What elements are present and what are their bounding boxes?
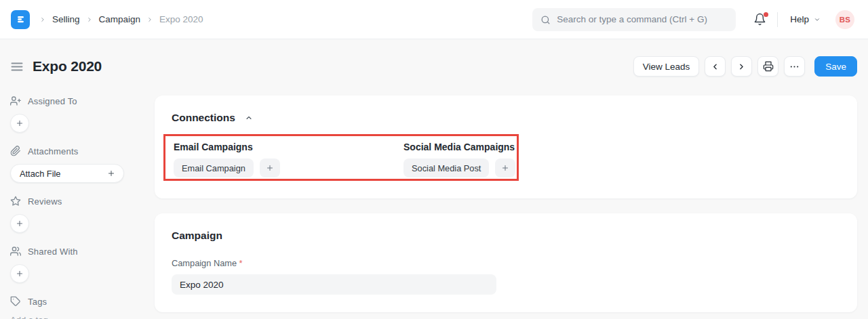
help-label: Help [790,14,809,24]
email-campaign-link[interactable]: Email Campaign [174,158,254,177]
help-menu-button[interactable]: Help [789,12,822,27]
collapse-connections-button[interactable] [243,112,254,123]
chevron-right-icon [39,16,46,23]
avatar-initials: BS [840,16,851,24]
plus-icon [16,119,24,127]
page-header: Expo 2020 View Leads Save [10,56,857,77]
erpnext-logo-icon [16,14,26,24]
view-leads-button[interactable]: View Leads [633,56,700,77]
printer-icon [763,61,774,72]
assigned-to-text: Assigned To [28,96,77,106]
print-button[interactable] [757,56,778,77]
plus-icon [266,164,274,172]
hamburger-icon [10,61,24,72]
connections-card: Connections Email Campaigns Email Campai… [155,95,857,198]
chevron-right-icon [146,16,153,23]
plus-icon [107,169,115,177]
form-main: Connections Email Campaigns Email Campai… [155,95,857,319]
attachments-label: Attachments [10,146,155,156]
required-marker: * [239,258,243,268]
header-actions: View Leads Save [633,56,857,77]
content-area: Assigned To Attachments Attach File [10,95,857,319]
attachments-section: Attachments Attach File [10,146,155,183]
user-avatar[interactable]: BS [835,10,854,29]
assigned-to-label: Assigned To [10,95,155,106]
add-tag-button[interactable]: Add a tag [10,315,155,319]
attach-file-button[interactable]: Attach File [10,164,124,183]
chevron-right-icon [737,62,746,71]
chevron-right-icon [86,16,93,23]
shared-with-section: Shared With [10,246,155,283]
attach-file-label: Attach File [20,169,60,179]
paperclip-icon [10,146,21,156]
page-container: Expo 2020 View Leads Save Ass [0,56,868,319]
breadcrumb-item-campaign[interactable]: Campaign [99,14,141,24]
sidebar-toggle-button[interactable] [10,61,24,72]
chevron-down-icon [814,16,821,23]
plus-icon [16,270,24,278]
annotation-highlight-box: Email Campaigns Email Campaign Social Me… [163,134,519,181]
attachments-text: Attachments [28,146,78,156]
navbar-right: Help BS [532,8,854,31]
social-media-post-link[interactable]: Social Media Post [403,158,489,177]
document-sidebar: Assigned To Attachments Attach File [10,95,155,319]
add-social-media-post-button[interactable] [495,158,515,177]
tags-text: Tags [28,297,47,307]
email-campaigns-group: Email Campaigns Email Campaign [174,142,403,179]
campaign-name-input[interactable] [172,274,496,295]
plus-icon [501,164,509,172]
connections-title: Connections [172,112,235,124]
global-search [532,8,736,31]
campaign-name-label-text: Campaign Name [172,258,237,268]
shared-with-label: Shared With [10,246,155,257]
erpnext-logo[interactable] [11,10,30,29]
reviews-text: Reviews [28,196,62,207]
assigned-to-section: Assigned To [10,95,155,133]
notifications-button[interactable] [751,10,769,28]
add-assignment-button[interactable] [10,114,29,133]
chevron-left-icon [711,62,719,71]
next-document-button[interactable] [731,56,752,77]
tags-label: Tags [10,296,155,307]
reviews-label: Reviews [10,196,155,207]
breadcrumb-item-current: Expo 2020 [159,14,203,24]
reviews-section: Reviews [10,196,155,233]
add-email-campaign-button[interactable] [260,158,280,177]
shared-with-text: Shared With [28,247,78,257]
breadcrumb: Selling Campaign Expo 2020 [33,14,203,24]
campaign-name-label: Campaign Name * [172,258,840,268]
save-button[interactable]: Save [814,56,857,77]
share-button[interactable] [10,264,29,283]
page-title: Expo 2020 [33,58,102,75]
star-icon [10,196,21,207]
user-plus-icon [10,95,21,106]
social-media-campaigns-links: Social Media Post [403,158,517,177]
email-campaigns-heading: Email Campaigns [174,142,403,152]
social-media-campaigns-group: Social Media Campaigns Social Media Post [403,142,517,179]
breadcrumb-item-selling[interactable]: Selling [52,14,80,24]
top-navbar: Selling Campaign Expo 2020 Help BS [0,0,868,39]
plus-icon [16,219,24,228]
tag-icon [10,296,21,307]
add-review-button[interactable] [10,214,29,233]
notification-dot [764,12,768,17]
campaign-card: Campaign Campaign Name * [155,213,857,312]
more-actions-button[interactable] [784,56,805,77]
chevron-up-icon [245,114,253,122]
campaign-section-title: Campaign [172,230,840,242]
users-icon [10,246,21,257]
prev-document-button[interactable] [705,56,726,77]
navbar-divider [777,12,778,27]
social-media-campaigns-heading: Social Media Campaigns [403,142,517,152]
email-campaigns-links: Email Campaign [174,158,403,177]
ellipsis-icon [789,62,800,72]
tags-section: Tags Add a tag [10,296,155,319]
connections-card-head: Connections [172,112,840,124]
search-input[interactable] [532,8,736,31]
search-icon [540,15,551,25]
